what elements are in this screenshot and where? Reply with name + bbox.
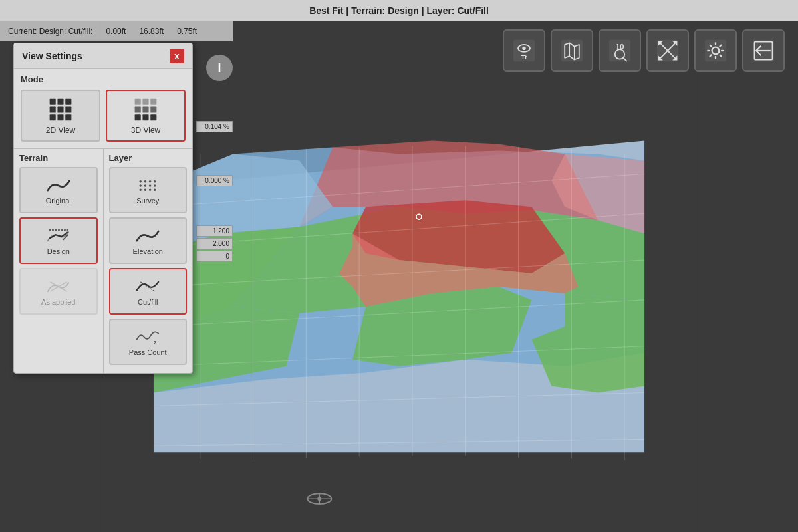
svg-rect-72 <box>50 106 56 112</box>
top-toolbar: Tt 10 <box>503 29 785 72</box>
svg-rect-80 <box>150 99 156 105</box>
svg-text:2: 2 <box>154 339 156 345</box>
svg-rect-70 <box>57 99 63 105</box>
terrain-original-label: Original <box>46 197 71 205</box>
map-button[interactable] <box>551 29 593 72</box>
svg-rect-84 <box>135 114 141 120</box>
layer-label: Layer <box>109 153 188 163</box>
terrain-label: Terrain <box>19 153 98 163</box>
mode-row: 2D View 3D View <box>14 87 192 148</box>
terrain-column: Terrain Original <box>14 149 104 373</box>
percent2-input[interactable]: 0.000 % <box>196 175 233 186</box>
svg-point-92 <box>144 180 147 182</box>
svg-rect-73 <box>57 106 63 112</box>
layer-cutfill-label: Cut/fill <box>138 298 158 306</box>
svg-rect-75 <box>50 114 56 120</box>
svg-text:Tt: Tt <box>521 54 527 61</box>
svg-point-37 <box>522 47 525 50</box>
close-button[interactable]: x <box>170 49 184 63</box>
terrain-original-button[interactable]: Original <box>19 167 98 213</box>
terrain-layer-section: Terrain Original <box>14 148 192 373</box>
layer-elevation-button[interactable]: Elevation <box>109 217 188 264</box>
svg-rect-85 <box>142 114 148 120</box>
viewport: Current: Design: Cut/fill: 0.00ft 16.83f… <box>0 21 798 532</box>
view-type-button[interactable]: Tt <box>503 29 545 72</box>
mode-3d-button[interactable]: 3D View <box>106 90 186 142</box>
svg-rect-79 <box>142 99 148 105</box>
back-button[interactable] <box>742 29 785 72</box>
mode-2d-label: 2D View <box>46 126 75 135</box>
terrain-as-applied-button[interactable]: As applied <box>19 268 98 315</box>
zoom-button[interactable]: 10 <box>598 29 641 72</box>
val1-input[interactable]: 1.200 <box>196 225 233 237</box>
left-inputs-panel: 0.104 % 0.000 % 1.200 2.000 0 <box>196 121 236 262</box>
svg-point-95 <box>140 184 142 187</box>
terrain-design-label: Design <box>47 247 70 255</box>
svg-point-34 <box>317 497 321 501</box>
svg-rect-77 <box>65 114 71 120</box>
svg-point-101 <box>149 188 152 191</box>
layer-elevation-label: Elevation <box>133 247 163 255</box>
svg-rect-83 <box>150 106 156 112</box>
info-label: Current: Design: Cut/fill: <box>8 27 92 36</box>
svg-point-97 <box>149 184 152 187</box>
layer-column: Layer <box>104 149 193 373</box>
layer-cutfill-button[interactable]: Cut/fill <box>109 268 188 315</box>
info-val1: 0.00ft <box>106 27 126 36</box>
layer-survey-label: Survey <box>136 197 159 205</box>
svg-point-99 <box>140 188 142 191</box>
settings-button[interactable] <box>694 29 737 72</box>
svg-point-91 <box>140 180 142 182</box>
svg-rect-76 <box>57 114 63 120</box>
svg-point-96 <box>144 184 147 187</box>
terrain-design-button[interactable]: Design <box>19 217 98 264</box>
terrain-as-applied-label: As applied <box>41 298 75 306</box>
svg-point-93 <box>149 180 152 182</box>
val3-input[interactable]: 0 <box>196 251 233 262</box>
view-settings-header: View Settings x <box>14 43 192 69</box>
mode-3d-label: 3D View <box>131 126 160 135</box>
layer-passcount-label: Pass Count <box>129 348 167 356</box>
expand-button[interactable] <box>646 29 689 72</box>
layer-passcount-button[interactable]: 2 Pass Count <box>109 319 188 365</box>
svg-rect-69 <box>50 99 56 105</box>
svg-rect-81 <box>135 106 141 112</box>
val2-input[interactable]: 2.000 <box>196 238 233 249</box>
mode-2d-button[interactable]: 2D View <box>21 90 100 142</box>
svg-rect-78 <box>135 99 141 105</box>
percent1-input[interactable]: 0.104 % <box>196 121 233 132</box>
compass-handle[interactable] <box>307 493 331 504</box>
view-settings-panel: View Settings x Mode 2D <box>13 43 193 374</box>
svg-point-102 <box>154 188 156 191</box>
info-button[interactable]: i <box>206 55 233 81</box>
svg-point-100 <box>144 188 147 191</box>
svg-point-98 <box>154 184 156 187</box>
view-settings-title: View Settings <box>22 51 82 61</box>
mode-section-label: Mode <box>14 69 192 87</box>
info-val3: 0.75ft <box>177 27 197 36</box>
svg-rect-86 <box>150 114 156 120</box>
info-panel: Current: Design: Cut/fill: 0.00ft 16.83f… <box>0 21 233 41</box>
title-bar: Best Fit | Terrain: Design | Layer: Cut/… <box>0 0 798 21</box>
info-val2: 16.83ft <box>139 27 164 36</box>
svg-rect-71 <box>65 99 71 105</box>
title-text: Best Fit | Terrain: Design | Layer: Cut/… <box>309 5 489 16</box>
svg-rect-74 <box>65 106 71 112</box>
svg-point-94 <box>154 180 156 182</box>
svg-rect-82 <box>142 106 148 112</box>
layer-survey-button[interactable]: Survey <box>109 167 188 213</box>
